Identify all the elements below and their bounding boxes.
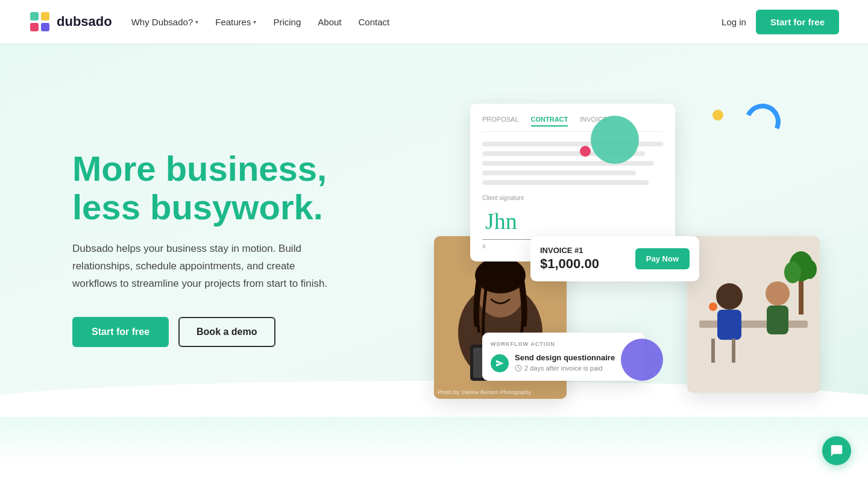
invoice-amount: $1,000.00 [540,256,599,272]
chevron-down-icon: ▾ [195,19,198,25]
workflow-send-icon [491,354,509,372]
logo-text: dubsado [57,14,112,30]
login-button[interactable]: Log in [722,17,746,27]
sig-label: Client signature [482,195,663,201]
chat-button[interactable] [822,436,851,465]
svg-rect-17 [767,305,788,334]
bottom-section: Do more in one tab [0,465,868,482]
workflow-timing: 2 days after invoice is paid [515,365,615,372]
svg-rect-15 [717,310,741,340]
nav-about[interactable]: About [318,17,341,27]
nav-contact[interactable]: Contact [359,17,390,27]
chat-icon [830,444,843,457]
tab-contract[interactable]: CONTRACT [531,116,568,127]
svg-rect-19 [732,339,735,363]
svg-rect-13 [699,321,808,328]
deco-pink-dot [580,146,591,157]
svg-point-14 [716,283,743,310]
deco-orange-dot [709,302,717,311]
logo[interactable]: dubsado [29,11,112,33]
workflow-action-label: Send design questionnaire [515,353,615,362]
hero-start-free-button[interactable]: Start for free [72,317,169,347]
clock-icon [515,365,522,372]
svg-text:Jhn: Jhn [485,208,517,234]
deco-purple-circle [621,339,663,381]
nav-links: Why Dubsado? ▾ Features ▾ Pricing About … [131,17,390,27]
svg-point-16 [766,281,790,305]
deco-teal-circle [591,116,639,164]
svg-rect-1 [41,12,49,20]
svg-point-23 [802,260,817,279]
hero-heading: More business, less busywork. [72,149,338,227]
hero-book-demo-button[interactable]: Book a demo [178,317,275,347]
team-photo-image [687,236,820,393]
photo-credit-text: Photo by: Denise Benson Photography [438,389,531,395]
svg-rect-2 [30,23,39,31]
invoice-info: INVOICE #1 $1,000.00 [540,246,599,272]
hero-section: More business, less busywork. Dubsado he… [0,43,868,417]
svg-rect-18 [711,339,715,363]
nav-right: Log in Start for free [722,10,839,34]
svg-point-22 [784,261,801,283]
logo-icon [29,11,51,33]
workflow-title: WORKFLOW ACTION [491,341,637,347]
navbar: dubsado Why Dubsado? ▾ Features ▾ Pricin… [0,0,868,43]
invoice-title: INVOICE #1 [540,246,599,255]
nav-start-free-button[interactable]: Start for free [756,10,839,34]
nav-why-dubsado[interactable]: Why Dubsado? ▾ [131,17,199,27]
svg-rect-0 [30,12,39,20]
nav-features[interactable]: Features ▾ [215,17,256,27]
signature-graphic: Jhn [482,204,663,237]
nav-pricing[interactable]: Pricing [273,17,301,27]
hero-wave [0,417,868,465]
hero-left: More business, less busywork. Dubsado he… [72,149,338,347]
chevron-down-icon: ▾ [253,19,256,25]
photo-team-meeting [687,236,820,393]
hero-subtext: Dubsado helps your business stay in moti… [72,240,338,293]
svg-rect-3 [41,23,49,31]
deco-yellow-dot [712,110,723,120]
tab-proposal[interactable]: PROPOSAL [482,116,519,127]
invoice-card: INVOICE #1 $1,000.00 Pay Now [530,236,699,281]
pay-now-button[interactable]: Pay Now [635,248,690,269]
workflow-action: Send design questionnaire 2 days after i… [491,353,637,372]
hero-buttons: Start for free Book a demo [72,317,338,347]
